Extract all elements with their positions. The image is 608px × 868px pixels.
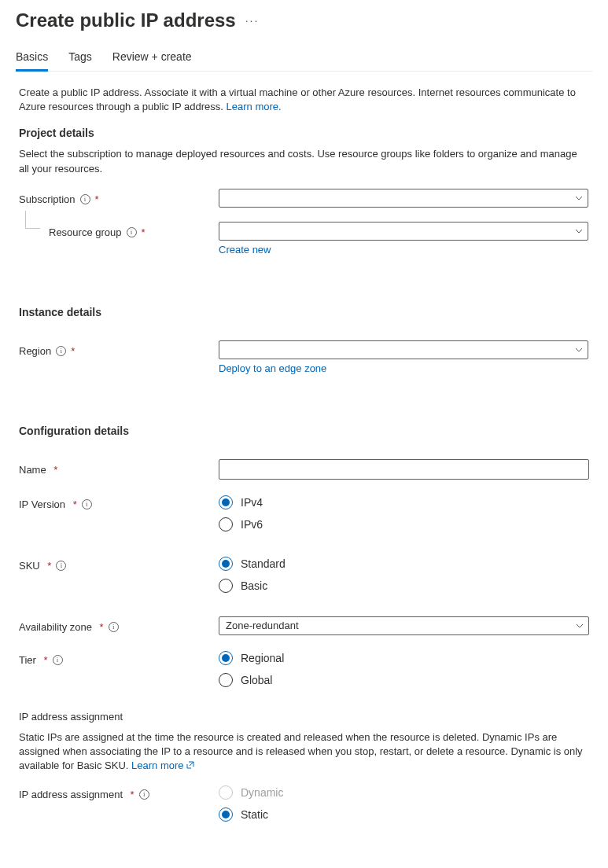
ip-assignment-label-text: IP address assignment	[19, 789, 123, 800]
static-label: Static	[241, 808, 268, 821]
configuration-details-heading: Configuration details	[19, 425, 589, 437]
ip-assignment-dynamic-radio: Dynamic	[219, 785, 589, 800]
subscription-select[interactable]	[219, 189, 588, 208]
ip-version-radio-group: IPv4 IPv6	[219, 494, 589, 531]
sku-label: SKU * i	[19, 555, 219, 572]
radio-dot-icon	[219, 807, 233, 822]
deploy-edge-zone-link[interactable]: Deploy to an edge zone	[219, 362, 326, 374]
required-marker: *	[97, 621, 104, 633]
ip-assignment-radio-group: Dynamic Static	[219, 784, 589, 822]
ipv4-label: IPv4	[241, 496, 263, 509]
tab-review-create[interactable]: Review + create	[112, 47, 192, 72]
availability-zone-value: Zone-redundant	[226, 620, 299, 631]
chevron-down-icon	[575, 346, 583, 354]
ip-assignment-learn-more-text: Learn more	[131, 760, 183, 771]
subscription-label: Subscription i *	[19, 189, 219, 205]
subscription-label-text: Subscription	[19, 193, 76, 205]
resource-group-label-text: Resource group	[49, 226, 122, 238]
resource-group-label: Resource group i *	[19, 222, 219, 238]
resource-group-select[interactable]	[219, 222, 588, 241]
sku-standard-label: Standard	[241, 557, 286, 570]
info-icon[interactable]: i	[109, 622, 119, 632]
required-marker: *	[95, 193, 99, 205]
tier-label-text: Tier	[19, 654, 36, 666]
tier-global-label: Global	[241, 674, 272, 686]
required-marker: *	[41, 654, 48, 666]
required-marker: *	[127, 789, 134, 800]
tier-global-radio[interactable]: Global	[219, 673, 589, 687]
chevron-down-icon	[575, 227, 583, 235]
tier-regional-label: Regional	[241, 652, 284, 664]
tier-regional-radio[interactable]: Regional	[219, 651, 589, 665]
tab-bar: Basics Tags Review + create	[16, 47, 592, 72]
tab-tags[interactable]: Tags	[68, 47, 92, 72]
sku-basic-radio[interactable]: Basic	[219, 579, 589, 593]
ip-assignment-static-radio[interactable]: Static	[219, 807, 589, 822]
availability-zone-label: Availability zone * i	[19, 616, 219, 633]
ip-assignment-desc-text: Static IPs are assigned at the time the …	[19, 731, 583, 771]
required-marker: *	[51, 464, 58, 476]
region-label: Region i *	[19, 340, 219, 357]
sku-label-text: SKU	[19, 560, 40, 572]
radio-dot-icon	[219, 557, 233, 571]
info-icon[interactable]: i	[127, 227, 137, 237]
radio-dot-icon	[219, 785, 233, 800]
availability-zone-label-text: Availability zone	[19, 621, 92, 633]
project-details-desc: Select the subscription to manage deploy…	[19, 147, 589, 175]
ip-version-ipv4-radio[interactable]: IPv4	[219, 495, 589, 509]
ip-assignment-heading: IP address assignment	[19, 711, 589, 723]
info-icon[interactable]: i	[53, 655, 63, 665]
info-icon[interactable]: i	[56, 346, 66, 356]
instance-details-heading: Instance details	[19, 306, 589, 318]
chevron-down-icon	[576, 622, 584, 630]
ip-assignment-desc: Static IPs are assigned at the time the …	[19, 730, 589, 774]
ip-assignment-learn-more-link[interactable]: Learn more	[131, 760, 194, 771]
dynamic-label: Dynamic	[241, 786, 283, 799]
required-marker: *	[70, 498, 77, 510]
info-icon[interactable]: i	[56, 561, 66, 571]
ip-assignment-label: IP address assignment * i	[19, 784, 219, 800]
page-title: Create public IP address	[16, 9, 236, 31]
sku-radio-group: Standard Basic	[219, 555, 589, 593]
name-label-text: Name	[19, 464, 46, 476]
more-icon[interactable]: ···	[245, 14, 260, 42]
intro-text: Create a public IP address. Associate it…	[19, 86, 589, 114]
required-marker: *	[71, 345, 75, 357]
intro-desc: Create a public IP address. Associate it…	[19, 86, 576, 112]
sku-basic-label: Basic	[241, 579, 267, 592]
radio-dot-icon	[219, 651, 233, 665]
required-marker: *	[45, 560, 52, 572]
tier-radio-group: Regional Global	[219, 649, 589, 687]
radio-dot-icon	[219, 517, 233, 531]
radio-dot-icon	[219, 673, 233, 687]
region-select[interactable]	[219, 340, 588, 359]
create-new-rg-link[interactable]: Create new	[219, 244, 271, 256]
radio-dot-icon	[219, 579, 233, 593]
chevron-down-icon	[575, 194, 583, 202]
tab-basics[interactable]: Basics	[16, 47, 48, 72]
name-input[interactable]	[219, 459, 589, 480]
external-link-icon	[186, 760, 195, 769]
required-marker: *	[142, 226, 146, 238]
ipv6-label: IPv6	[241, 518, 263, 531]
name-label: Name *	[19, 459, 219, 476]
info-icon[interactable]: i	[139, 789, 149, 800]
region-label-text: Region	[19, 345, 51, 357]
ip-version-label-text: IP Version	[19, 498, 65, 510]
info-icon[interactable]: i	[82, 499, 92, 509]
ip-version-label: IP Version * i	[19, 494, 219, 510]
ip-version-ipv6-radio[interactable]: IPv6	[219, 517, 589, 531]
project-details-heading: Project details	[19, 127, 589, 139]
tier-label: Tier * i	[19, 649, 219, 666]
radio-dot-icon	[219, 495, 233, 509]
info-icon[interactable]: i	[80, 194, 90, 204]
availability-zone-select[interactable]: Zone-redundant	[219, 616, 589, 635]
intro-learn-more-link[interactable]: Learn more.	[227, 101, 282, 112]
sku-standard-radio[interactable]: Standard	[219, 557, 589, 571]
